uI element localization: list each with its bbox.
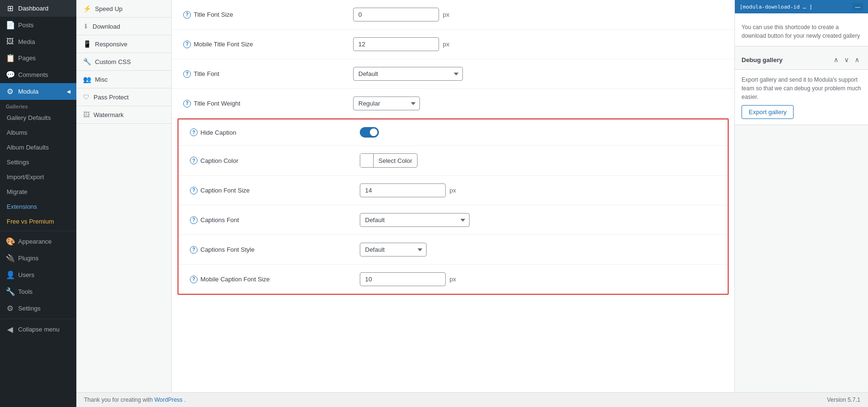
hide-caption-help[interactable]: ?: [190, 129, 198, 136]
shortcode-text: [modula-download-id … ]: [740, 4, 812, 10]
galleries-group-label: Galleries: [0, 100, 76, 110]
mobile-title-font-size-label: ? Mobile Title Font Size: [183, 41, 345, 48]
sidebar-item-migrate[interactable]: Migrate: [0, 184, 76, 199]
shortcode-copy-button[interactable]: —: [852, 3, 863, 11]
nav-item-responsive[interactable]: 📱 Responsive: [76, 35, 171, 53]
sidebar-item-users[interactable]: 👤 Users: [0, 267, 76, 283]
settings-left-nav: ⚡ Speed Up ⬇ Download 📱 Responsive 🔧 Cus…: [76, 0, 172, 407]
panel-close-button[interactable]: ∧: [853, 55, 861, 64]
sidebar-item-collapse[interactable]: ◀ Collapse menu: [0, 321, 76, 338]
color-swatch: [360, 154, 374, 167]
sidebar-item-appearance[interactable]: 🎨 Appearance: [0, 233, 76, 250]
title-font-select[interactable]: Default Arial Georgia: [353, 67, 463, 81]
caption-color-button[interactable]: Select Color: [360, 153, 418, 168]
title-font-row: ? Title Font Default Arial Georgia: [172, 59, 734, 89]
sidebar-item-pages[interactable]: 📋 Pages: [0, 50, 76, 66]
captions-font-style-label: ? Captions Font Style: [190, 246, 352, 254]
wordpress-link[interactable]: WordPress: [154, 396, 184, 403]
mobile-caption-font-size-control: px: [360, 272, 456, 286]
sidebar-item-plugins[interactable]: 🔌 Plugins: [0, 250, 76, 267]
debug-gallery-body: Export gallery and send it to Modula's s…: [735, 70, 868, 125]
custom-css-icon: 🔧: [83, 58, 91, 65]
nav-item-speed-up[interactable]: ⚡ Speed Up: [76, 0, 171, 18]
title-font-weight-select[interactable]: Regular Bold Light: [353, 96, 420, 110]
sidebar-divider2: [0, 319, 76, 319]
toggle-track: [360, 127, 379, 138]
hide-caption-row: ? Hide Caption: [178, 119, 728, 146]
settings-main: ? Title Font Size px ? Mobile Title Font…: [172, 0, 734, 407]
users-icon: 👤: [6, 270, 14, 279]
shortcode-panel: [modula-download-id … ] — You can use th…: [735, 0, 868, 46]
hide-caption-control: [360, 127, 379, 138]
mobile-title-font-size-row: ? Mobile Title Font Size px: [172, 30, 734, 59]
mobile-caption-font-size-unit: px: [450, 276, 456, 283]
captions-font-label: ? Captions Font: [190, 216, 352, 224]
sidebar-item-settings[interactable]: Settings: [0, 155, 76, 170]
hide-caption-toggle[interactable]: [360, 127, 379, 138]
hide-caption-label: ? Hide Caption: [190, 129, 352, 136]
toggle-thumb: [370, 129, 377, 136]
title-font-size-row: ? Title Font Size px: [172, 0, 734, 30]
sidebar-item-dashboard[interactable]: ⊞ Dashboard: [0, 0, 76, 17]
panel-collapse-button[interactable]: ∨: [842, 55, 851, 64]
media-icon: 🖼: [6, 37, 14, 46]
title-font-size-control: px: [353, 8, 450, 21]
caption-font-size-unit: px: [450, 187, 456, 194]
mobile-caption-font-size-input[interactable]: [360, 272, 446, 286]
mobile-caption-font-size-row: ? Mobile Caption Font Size px: [178, 265, 728, 294]
settings2-icon: ⚙: [6, 304, 14, 313]
nav-item-watermark[interactable]: 🖼 Watermark: [76, 106, 171, 124]
title-font-help[interactable]: ?: [183, 70, 191, 78]
caption-color-text: Select Color: [374, 155, 417, 166]
nav-item-misc[interactable]: 👥 Misc: [76, 71, 171, 88]
pages-icon: 📋: [6, 54, 14, 63]
title-font-weight-control: Regular Bold Light: [353, 96, 420, 110]
caption-font-size-help[interactable]: ?: [190, 187, 198, 194]
nav-item-download[interactable]: ⬇ Download: [76, 18, 171, 35]
mobile-title-font-size-unit: px: [443, 41, 450, 48]
sidebar-item-tools[interactable]: 🔧 Tools: [0, 283, 76, 300]
panel-expand-button[interactable]: ∧: [832, 55, 840, 64]
mobile-caption-font-size-help[interactable]: ?: [190, 276, 198, 283]
title-font-size-input[interactable]: [353, 8, 439, 21]
caption-font-size-label: ? Caption Font Size: [190, 187, 352, 194]
sidebar-item-comments[interactable]: 💬 Comments: [0, 66, 76, 83]
sidebar-item-free-vs-premium[interactable]: Free vs Premium: [0, 214, 76, 229]
nav-item-custom-css[interactable]: 🔧 Custom CSS: [76, 53, 171, 71]
sidebar-item-import-export[interactable]: Import/Export: [0, 170, 76, 184]
sidebar-item-modula[interactable]: ⚙ Modula: [0, 83, 76, 100]
sidebar-item-extensions[interactable]: Extensions: [0, 199, 76, 214]
title-font-weight-help[interactable]: ?: [183, 100, 191, 107]
sidebar-item-media[interactable]: 🖼 Media: [0, 33, 76, 50]
posts-icon: 📄: [6, 21, 14, 30]
appearance-icon: 🎨: [6, 237, 14, 246]
caption-color-help[interactable]: ?: [190, 157, 198, 164]
title-font-size-help[interactable]: ?: [183, 11, 191, 19]
shortcode-box: [modula-download-id … ] —: [735, 0, 868, 13]
export-gallery-button[interactable]: Export gallery: [742, 105, 794, 119]
sidebar-item-albums[interactable]: Albums: [0, 125, 76, 140]
sidebar-item-posts[interactable]: 📄 Posts: [0, 17, 76, 33]
sidebar: ⊞ Dashboard 📄 Posts 🖼 Media 📋 Pages 💬 Co…: [0, 0, 76, 407]
nav-item-pass-protect[interactable]: 🛡 Pass Protect: [76, 88, 171, 106]
right-sidebar: [modula-download-id … ] — You can use th…: [734, 0, 868, 407]
footer-version: Version 5.7.1: [827, 396, 860, 403]
debug-gallery-header: Debug gallery ∧ ∨ ∧: [735, 50, 868, 70]
highlighted-section: ? Hide Caption: [178, 118, 729, 295]
captions-font-select[interactable]: Default Arial Georgia: [360, 213, 470, 227]
sidebar-item-gallery-defaults[interactable]: Gallery Defaults: [0, 110, 76, 125]
captions-font-style-select[interactable]: Default Normal Italic: [360, 243, 427, 257]
captions-font-help[interactable]: ?: [190, 216, 198, 224]
download-icon: ⬇: [83, 22, 89, 30]
captions-font-row: ? Captions Font Default Arial Georgia: [178, 205, 728, 235]
mobile-title-font-size-help[interactable]: ?: [183, 41, 191, 48]
caption-font-size-input[interactable]: [360, 183, 446, 197]
collapse-icon: ◀: [6, 325, 14, 334]
title-font-size-label: ? Title Font Size: [183, 11, 345, 19]
sidebar-item-settings2[interactable]: ⚙ Settings: [0, 300, 76, 317]
title-font-weight-row: ? Title Font Weight Regular Bold Light: [172, 89, 734, 118]
captions-font-style-help[interactable]: ?: [190, 246, 198, 254]
footer: Thank you for creating with WordPress . …: [76, 392, 868, 407]
mobile-title-font-size-input[interactable]: [353, 37, 439, 51]
sidebar-item-album-defaults[interactable]: Album Defaults: [0, 140, 76, 155]
